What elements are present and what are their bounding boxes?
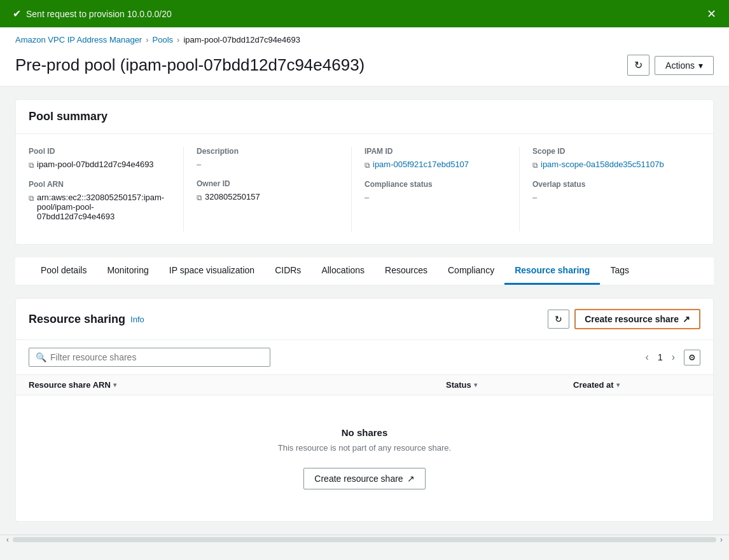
breadcrumb-ipam[interactable]: Amazon VPC IP Address Manager — [15, 35, 142, 44]
description-value: – — [197, 160, 338, 169]
horizontal-scrollbar: ‹ › — [0, 535, 729, 543]
pool-id-label: Pool ID — [29, 147, 170, 156]
pool-summary-body: Pool ID ⧉ ipam-pool-07bdd12d7c94e4693 Po… — [16, 134, 713, 244]
resource-sharing-title: Resource sharing — [29, 313, 125, 326]
table-header: Resource share ARN ▾ Status ▾ Created at… — [16, 375, 713, 395]
breadcrumb-pools[interactable]: Pools — [153, 35, 174, 44]
main-content: Pool summary Pool ID ⧉ ipam-pool-07bdd12… — [0, 86, 729, 535]
col-header-created: Created at ▾ — [573, 380, 700, 390]
scope-id-copy-icon[interactable]: ⧉ — [532, 161, 538, 170]
scope-id-label: Scope ID — [532, 147, 688, 156]
search-box: 🔍 — [29, 348, 270, 367]
ipam-id-label: IPAM ID — [364, 147, 506, 156]
check-icon: ✔ — [13, 8, 21, 20]
pool-summary-grid: Pool ID ⧉ ipam-pool-07bdd12d7c94e4693 Po… — [29, 147, 700, 231]
pool-summary-card: Pool summary Pool ID ⧉ ipam-pool-07bdd12… — [15, 99, 714, 245]
prev-page-button[interactable]: ‹ — [642, 350, 653, 364]
sort-icon-created[interactable]: ▾ — [616, 381, 620, 388]
ipam-id-copy-icon[interactable]: ⧉ — [364, 161, 370, 170]
section-actions: ↻ Create resource share ↗ — [548, 309, 700, 329]
breadcrumb-sep-1: › — [146, 35, 148, 44]
scope-id-value: ⧉ ipam-scope-0a158dde35c51107b — [532, 160, 688, 170]
create-share-label: Create resource share — [585, 314, 679, 324]
tab-allocations[interactable]: Allocations — [311, 257, 375, 285]
search-icon: 🔍 — [36, 352, 46, 362]
actions-chevron-icon: ▾ — [698, 60, 703, 71]
page-number: 1 — [658, 352, 663, 362]
empty-title: No shares — [29, 427, 700, 438]
banner-message: Sent request to provision 10.0.0.0/20 — [26, 9, 172, 19]
section-title-row: Resource sharing Info — [29, 313, 144, 326]
tab-resources[interactable]: Resources — [375, 257, 438, 285]
pagination-row: ‹ 1 › ⚙ — [642, 350, 700, 365]
banner-close-button[interactable]: ✕ — [707, 8, 716, 20]
search-input[interactable] — [50, 352, 263, 362]
pool-summary-col-2: Description – Owner ID ⧉ 320805250157 — [197, 147, 352, 231]
tab-ip-space[interactable]: IP space visualization — [159, 257, 265, 285]
description-label: Description — [197, 147, 338, 156]
sort-icon-arn[interactable]: ▾ — [113, 381, 116, 388]
pool-id-value: ⧉ ipam-pool-07bdd12d7c94e4693 — [29, 160, 170, 170]
scope-id-link[interactable]: ipam-scope-0a158dde35c51107b — [541, 160, 664, 169]
section-refresh-button[interactable]: ↻ — [548, 310, 569, 329]
page-header: Pre-prod pool (ipam-pool-07bdd12d7c94e46… — [0, 50, 729, 86]
empty-state: No shares This resource is not part of a… — [16, 395, 713, 521]
tab-cidrs[interactable]: CIDRs — [265, 257, 311, 285]
external-link-icon-center: ↗ — [407, 474, 415, 484]
breadcrumb: Amazon VPC IP Address Manager › Pools › … — [0, 27, 729, 50]
tab-monitoring[interactable]: Monitoring — [97, 257, 158, 285]
col-status-label: Status — [446, 380, 471, 390]
header-actions: ↻ Actions ▾ — [627, 55, 714, 76]
breadcrumb-current: ipam-pool-07bdd12d7c94e4693 — [183, 35, 300, 44]
col-header-status: Status ▾ — [446, 380, 573, 390]
owner-id-value: ⧉ 320805250157 — [197, 192, 338, 202]
tab-tags[interactable]: Tags — [600, 257, 639, 285]
next-page-button[interactable]: › — [668, 350, 679, 364]
col-arn-label: Resource share ARN — [29, 380, 111, 390]
col-created-label: Created at — [573, 380, 614, 390]
refresh-button[interactable]: ↻ — [627, 55, 649, 76]
pool-arn-label: Pool ARN — [29, 180, 170, 189]
overlap-status-value: – — [532, 193, 688, 202]
pool-summary-col-1: Pool ID ⧉ ipam-pool-07bdd12d7c94e4693 Po… — [29, 147, 184, 231]
tab-resource-sharing[interactable]: Resource sharing — [504, 257, 600, 285]
resource-sharing-card: Resource sharing Info ↻ Create resource … — [15, 298, 714, 522]
pool-arn-copy-icon[interactable]: ⧉ — [29, 194, 34, 203]
compliance-status-value: – — [364, 193, 506, 202]
pool-summary-col-4: Scope ID ⧉ ipam-scope-0a158dde35c51107b … — [532, 147, 700, 231]
success-banner: ✔ Sent request to provision 10.0.0.0/20 … — [0, 0, 729, 27]
actions-label: Actions — [665, 60, 695, 71]
create-share-center-label: Create resource share — [314, 474, 403, 484]
scroll-left-icon[interactable]: ‹ — [6, 535, 9, 544]
scroll-right-icon[interactable]: › — [720, 535, 723, 544]
pool-arn-value: ⧉ arn:aws:ec2::320805250157:ipam-pool/ip… — [29, 193, 170, 221]
tab-compliancy[interactable]: Compliancy — [438, 257, 504, 285]
page-title: Pre-prod pool (ipam-pool-07bdd12d7c94e46… — [15, 55, 364, 75]
pool-summary-title: Pool summary — [29, 110, 108, 123]
tab-pool-details[interactable]: Pool details — [31, 257, 97, 285]
settings-button[interactable]: ⚙ — [684, 350, 700, 365]
sort-icon-status[interactable]: ▾ — [474, 381, 477, 388]
actions-button[interactable]: Actions ▾ — [655, 56, 714, 75]
external-link-icon: ↗ — [683, 314, 690, 324]
create-resource-share-button-center[interactable]: Create resource share ↗ — [303, 468, 425, 489]
resource-sharing-header: Resource sharing Info ↻ Create resource … — [16, 299, 713, 340]
empty-desc: This resource is not part of any resourc… — [29, 443, 700, 453]
owner-id-copy-icon[interactable]: ⧉ — [197, 193, 202, 202]
search-row: 🔍 ‹ 1 › ⚙ — [16, 340, 713, 375]
info-link[interactable]: Info — [130, 315, 144, 324]
tabs-bar: Pool details Monitoring IP space visuali… — [15, 257, 714, 285]
ipam-id-value: ⧉ ipam-005f921c17ebd5107 — [364, 160, 506, 170]
create-resource-share-button-header[interactable]: Create resource share ↗ — [574, 309, 700, 329]
owner-id-label: Owner ID — [197, 179, 338, 188]
col-header-arn: Resource share ARN ▾ — [29, 380, 446, 390]
pool-summary-col-3: IPAM ID ⧉ ipam-005f921c17ebd5107 Complia… — [364, 147, 520, 231]
ipam-id-link[interactable]: ipam-005f921c17ebd5107 — [373, 160, 469, 169]
pool-summary-header: Pool summary — [16, 100, 713, 134]
breadcrumb-sep-2: › — [177, 35, 179, 44]
scroll-thumb[interactable] — [13, 537, 716, 542]
pool-id-copy-icon[interactable]: ⧉ — [29, 161, 34, 170]
overlap-status-label: Overlap status — [532, 180, 688, 189]
compliance-status-label: Compliance status — [364, 180, 506, 189]
